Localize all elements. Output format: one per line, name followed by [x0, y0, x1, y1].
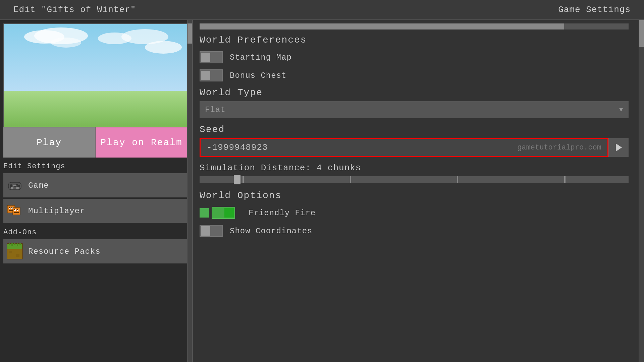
gamepad-svg	[8, 178, 22, 192]
bonus-chest-row: Bonus Chest	[200, 69, 629, 81]
play-buttons: Play Play on Realm	[3, 127, 187, 158]
world-preferences-title: World Preferences	[200, 35, 629, 45]
show-coordinates-row: Show Coordinates	[200, 225, 629, 237]
svg-point-4	[18, 185, 20, 187]
right-panel: World Preferences Starting Map Bonus Che…	[193, 20, 644, 362]
right-scrollbar-thumb	[639, 20, 644, 47]
show-coordinates-label: Show Coordinates	[230, 227, 312, 236]
svg-rect-21	[14, 212, 19, 213]
cloud-5	[145, 41, 182, 54]
play-realm-button[interactable]: Play on Realm	[96, 127, 187, 158]
addon-item-resource-packs[interactable]: Resource Packs	[3, 239, 187, 263]
progress-bar	[200, 23, 629, 29]
world-options-title: World Options	[200, 190, 629, 201]
multiplayer-label: Multiplayer	[28, 206, 85, 216]
multiplayer-svg	[7, 203, 23, 219]
svg-rect-18	[14, 209, 15, 210]
left-scrollbar[interactable]	[187, 20, 192, 362]
game-settings-title: Game Settings	[558, 5, 631, 15]
settings-item-multiplayer[interactable]: Multiplayer	[3, 199, 187, 223]
progress-fill	[200, 23, 564, 29]
seed-input-box[interactable]: -1999948923 gametutorialpro.com	[200, 138, 608, 157]
simulation-distance-slider[interactable]	[200, 176, 629, 183]
addons-header: Add-Ons	[0, 224, 192, 239]
starting-map-toggle[interactable]	[200, 51, 223, 63]
svg-rect-26	[14, 243, 15, 245]
svg-point-9	[16, 187, 19, 189]
seed-label: Seed	[200, 124, 629, 135]
slider-tick-3	[457, 176, 458, 183]
show-coordinates-knob	[201, 226, 210, 236]
starting-map-knob	[201, 53, 210, 62]
friendly-fire-label: Friendly Fire	[249, 208, 316, 218]
svg-rect-30	[16, 254, 19, 257]
slider-tick-4	[564, 176, 566, 183]
dropdown-arrow-icon: ▼	[619, 107, 623, 113]
slider-knob	[234, 175, 240, 184]
slider-tick-1	[243, 176, 244, 183]
seed-watermark: gametutorialpro.com	[517, 143, 601, 152]
friendly-fire-color-indicator	[200, 208, 209, 218]
seed-row: -1999948923 gametutorialpro.com	[200, 138, 629, 157]
bonus-chest-knob	[201, 71, 210, 80]
world-type-label: World Type	[200, 87, 629, 98]
svg-rect-27	[17, 243, 18, 246]
gamepad-icon	[7, 177, 23, 193]
right-content: World Preferences Starting Map Bonus Che…	[193, 20, 644, 362]
show-coordinates-toggle[interactable]	[200, 225, 223, 237]
right-scrollbar[interactable]	[639, 20, 644, 362]
world-type-value: Flat	[205, 105, 226, 114]
svg-point-3	[16, 184, 18, 186]
friendly-fire-toggle[interactable]	[200, 207, 242, 219]
seed-value: -1999948923	[207, 142, 268, 153]
friendly-fire-knob	[224, 208, 234, 218]
svg-rect-29	[9, 251, 12, 253]
friendly-fire-row: Friendly Fire	[200, 207, 629, 219]
svg-rect-24	[9, 243, 10, 245]
grass-block-svg	[7, 243, 23, 259]
svg-rect-25	[11, 243, 13, 246]
resource-packs-label: Resource Packs	[28, 247, 101, 256]
world-type-dropdown[interactable]: Flat ▼	[200, 101, 629, 118]
svg-rect-12	[9, 207, 10, 208]
edit-settings-header: Edit Settings	[0, 158, 192, 173]
ground	[4, 91, 189, 127]
svg-rect-16	[13, 207, 20, 215]
grass-block-icon	[7, 243, 23, 259]
cloud-6	[51, 38, 81, 48]
seed-arrow-button[interactable]	[608, 138, 629, 157]
bonus-chest-toggle[interactable]	[200, 69, 223, 81]
header-title: Edit "Gifts of Winter"	[13, 5, 136, 15]
slider-tick-2	[350, 176, 351, 183]
main-layout: Play Play on Realm Edit Settings	[0, 20, 644, 362]
left-panel: Play Play on Realm Edit Settings	[0, 20, 193, 362]
simulation-distance-label: Simulation Distance: 4 chunks	[200, 163, 629, 173]
world-thumbnail	[3, 23, 190, 127]
bonus-chest-label: Bonus Chest	[230, 71, 286, 80]
game-label: Game	[28, 181, 49, 190]
friendly-fire-switch[interactable]	[212, 207, 235, 219]
svg-rect-20	[17, 209, 18, 210]
starting-map-row: Starting Map	[200, 51, 629, 63]
svg-point-8	[11, 187, 13, 189]
svg-rect-7	[13, 185, 16, 186]
header: Edit "Gifts of Winter" Game Settings	[0, 0, 644, 20]
svg-rect-28	[19, 243, 21, 245]
play-button[interactable]: Play	[3, 127, 96, 158]
settings-item-game[interactable]: Game	[3, 173, 187, 197]
arrow-right-icon	[616, 143, 622, 152]
left-scrollbar-thumb	[187, 23, 192, 44]
starting-map-label: Starting Map	[230, 53, 292, 62]
multiplayer-icon	[7, 203, 23, 219]
svg-rect-14	[11, 207, 12, 208]
